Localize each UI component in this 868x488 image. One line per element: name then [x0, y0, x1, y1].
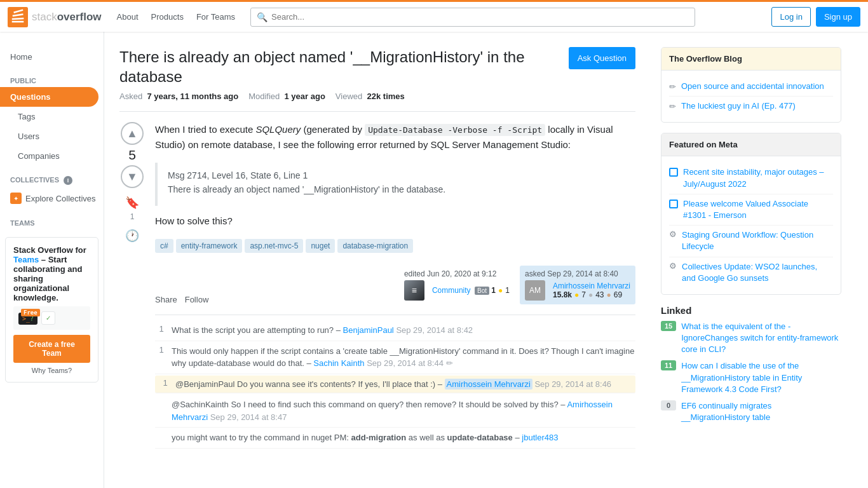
why-teams-link[interactable]: Why Teams? [13, 367, 90, 374]
edited-action: edited Jun 20, 2020 at 9:12 [404, 269, 510, 278]
asked-username[interactable]: Amirhossein Mehrvarzi [553, 281, 630, 290]
pencil-icon-1: ✏ [669, 82, 676, 92]
comment-vote-1[interactable]: 1 [155, 324, 168, 334]
linked-item-1: 15 What is the equivalent of the -Ignore… [661, 321, 841, 356]
comment-5: you might want to try the command in nug… [155, 428, 635, 449]
vote-column: ▲ 5 ▼ 🔖 1 🕐 [119, 122, 145, 449]
tag-database-migration[interactable]: database-migration [337, 239, 413, 253]
explore-collectives-label: Explore Collectives [25, 194, 96, 203]
stackoverflow-logo-icon [8, 7, 28, 27]
sidebar-item-users[interactable]: Users [0, 126, 104, 146]
checkmark-area: ✓ [41, 311, 55, 325]
comment-author-2[interactable]: Sachin Kainth [313, 358, 364, 368]
sidebar-item-tags[interactable]: Tags [0, 107, 104, 126]
edited-rep: 1 ● 1 [491, 286, 510, 295]
search-input[interactable] [271, 12, 689, 22]
question-body: ▲ 5 ▼ 🔖 1 🕐 When I tried to execute SQLQ… [119, 122, 635, 449]
sidebar-item-companies[interactable]: Companies [0, 146, 104, 166]
viewed-meta: Viewed 22k times [336, 92, 405, 101]
blog-link-2[interactable]: The luckiest guy in AI (Ep. 477) [681, 100, 796, 112]
comments-section: 1 What is the script you are attempting … [155, 315, 635, 449]
ask-question-button[interactable]: Ask Question [569, 47, 635, 69]
comment-text-2: This would only happen if the script con… [172, 345, 635, 370]
share-link[interactable]: Share [155, 295, 177, 304]
question-header: There is already an object named '__Migr… [119, 47, 635, 86]
linked-item-3: 0 EF6 continually migrates __MigrationHi… [661, 400, 841, 423]
sidebar-collectives-label: COLLECTIVES i [0, 166, 104, 187]
comment-vote-2[interactable]: 1 [155, 345, 168, 355]
bookmark-icon[interactable]: 🔖 [125, 196, 139, 210]
teams-image: Free >_? ✓ [13, 306, 90, 330]
meta-link-1[interactable]: Recent site instability, major outages –… [683, 166, 833, 189]
linked-link-3[interactable]: EF6 continually migrates __MigrationHist… [681, 400, 841, 423]
follow-link[interactable]: Follow [185, 295, 209, 304]
vote-up-button[interactable]: ▲ [121, 122, 144, 145]
linked-count-3: 0 [661, 400, 676, 410]
logo-text: stackoverflow [32, 11, 102, 24]
create-team-button[interactable]: Create a free Team [13, 335, 90, 363]
teams-link[interactable]: Teams [13, 255, 39, 264]
header-buttons: Log in Sign up [771, 7, 860, 27]
nav-about[interactable]: About [112, 8, 144, 25]
comment-text-3: @BenjaminPaul Do you wanna see it's cont… [175, 378, 632, 391]
free-badge: Free [21, 309, 40, 316]
asked-avatar: AM [525, 280, 545, 301]
question-tags: c# entity-framework asp.net-mvc-5 nuget … [155, 239, 635, 253]
nav-for-teams[interactable]: For Teams [191, 8, 240, 25]
blog-link-1[interactable]: Open source and accidental innovation [681, 81, 824, 92]
tag-aspnetmvc5[interactable]: asp.net-mvc-5 [245, 239, 303, 253]
signup-button[interactable]: Sign up [816, 7, 860, 27]
login-button[interactable]: Log in [771, 7, 810, 27]
bot-badge: Bot [475, 287, 489, 295]
history-icon[interactable]: 🕐 [125, 229, 139, 243]
featured-meta-widget: Featured on Meta Recent site instability… [661, 133, 841, 295]
square-icon-2 [669, 200, 678, 208]
teams-box-title: Stack Overflow for Teams – Start collabo… [13, 245, 90, 302]
user-cards: edited Jun 20, 2020 at 9:12 ≡ Community … [399, 266, 635, 304]
asked-user-card: asked Sep 29, 2014 at 8:40 AM Amirhossei… [520, 266, 635, 304]
comment-text-4: @SachinKainth So I need to find such thi… [172, 398, 635, 423]
tag-nuget[interactable]: nuget [306, 239, 335, 253]
featured-meta-body: Recent site instability, major outages –… [661, 156, 841, 294]
question-closing-text: How to solve this? [155, 214, 635, 229]
comment-author-5[interactable]: jbutler483 [522, 433, 558, 442]
comment-edit-2[interactable]: ✏ [446, 358, 453, 368]
terminal-block: Free >_? [18, 313, 37, 325]
featured-meta-header: Featured on Meta [661, 133, 841, 156]
comment-text-5: you might want to try the command in nug… [172, 431, 635, 444]
sidebar-public-label: PUBLIC [0, 67, 104, 87]
teams-box: Stack Overflow for Teams – Start collabo… [5, 237, 98, 383]
vote-down-button[interactable]: ▼ [121, 165, 144, 188]
comment-vote-3[interactable]: 1 [159, 378, 172, 388]
comment-4: @SachinKainth So I need to find such thi… [155, 395, 635, 428]
comment-3: 1 @BenjaminPaul Do you wanna see it's co… [155, 376, 635, 394]
logo[interactable]: stackoverflow [8, 7, 102, 27]
meta-link-2[interactable]: Please welcome Valued Associate #1301 - … [683, 198, 833, 221]
comment-author-3[interactable]: Amirhossein Mehrvarzi [445, 379, 532, 390]
search-icon: 🔍 [257, 12, 268, 22]
linked-link-1[interactable]: What is the equivalent of the -IgnoreCha… [681, 321, 841, 356]
blockquote-line2: There is already an object named '__Migr… [168, 184, 625, 194]
square-icon-1 [669, 168, 678, 177]
tag-entity-framework[interactable]: entity-framework [176, 239, 243, 253]
overflow-blog-header: The Overflow Blog [661, 48, 841, 71]
meta-link-4[interactable]: Collectives Update: WSO2 launches, and G… [682, 261, 833, 284]
nav-products[interactable]: Products [146, 8, 189, 25]
right-sidebar: The Overflow Blog ✏ Open source and acci… [651, 32, 841, 488]
gear-icon-1: ⚙ [669, 229, 677, 239]
sidebar-item-home[interactable]: Home [0, 47, 104, 67]
linked-count-1: 15 [661, 321, 676, 331]
asked-action: asked Sep 29, 2014 at 8:40 [525, 269, 630, 278]
tag-csharp[interactable]: c# [155, 239, 173, 253]
linked-item-2: 11 How can I disable the use of the __Mi… [661, 360, 841, 395]
collectives-info-icon[interactable]: i [64, 176, 72, 185]
comment-author-1[interactable]: BenjaminPaul [343, 325, 394, 335]
question-meta: Asked 7 years, 11 months ago Modified 1 … [119, 92, 635, 112]
linked-link-2[interactable]: How can I disable the use of the __Migra… [681, 360, 841, 395]
sidebar-item-questions[interactable]: Questions [0, 87, 98, 107]
edited-username[interactable]: Community [432, 286, 471, 295]
explore-collectives[interactable]: ✦ Explore Collectives [0, 187, 104, 209]
overflow-blog-body: ✏ Open source and accidental innovation … [661, 71, 841, 122]
main-content: There is already an object named '__Migr… [104, 32, 651, 488]
meta-link-3[interactable]: Staging Ground Workflow: Question Lifecy… [682, 229, 833, 252]
